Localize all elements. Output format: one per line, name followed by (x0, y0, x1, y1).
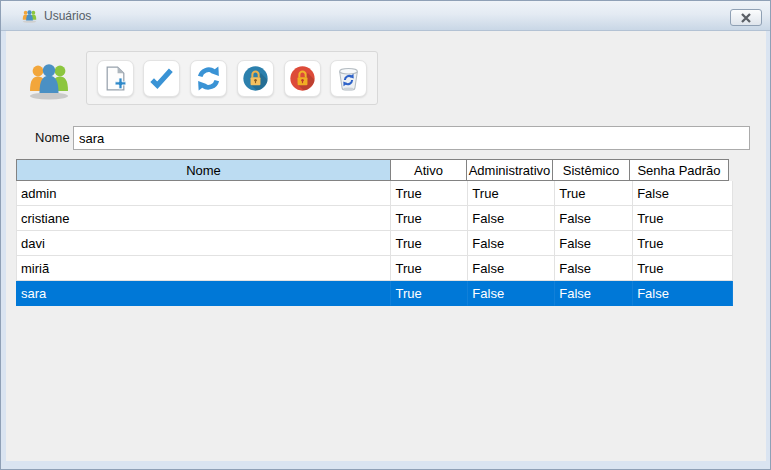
cell-administrativo: False (468, 281, 555, 306)
cell-sistemico: False (555, 281, 633, 306)
confirm-button[interactable] (143, 60, 180, 97)
check-icon (148, 65, 175, 92)
table-row-sara-selected[interactable]: sara True False False False (16, 281, 733, 306)
table-row-admin[interactable]: admin True True True False (16, 181, 733, 206)
cell-senha-padrao: False (633, 181, 733, 206)
cell-senha-padrao: False (633, 281, 733, 306)
users-window: Usuários (0, 0, 771, 470)
red-padlock-icon (289, 65, 316, 92)
lock-button[interactable] (284, 60, 321, 97)
cell-sistemico: True (555, 181, 633, 206)
cell-administrativo: True (468, 181, 555, 206)
cell-nome: miriã (17, 256, 391, 281)
cell-ativo: True (391, 206, 468, 231)
add-user-icon (102, 65, 129, 92)
cell-ativo: True (391, 181, 468, 206)
cell-senha-padrao: True (633, 256, 733, 281)
new-user-button[interactable] (97, 60, 134, 97)
cell-senha-padrao: True (633, 231, 733, 256)
cell-ativo: True (391, 231, 468, 256)
refresh-button[interactable] (190, 60, 227, 97)
blue-padlock-icon (242, 65, 269, 92)
users-table: Nome Ativo Administrativo Sistêmico Senh… (16, 159, 733, 306)
cell-administrativo: False (468, 206, 555, 231)
titlebar: Usuários (1, 1, 770, 31)
window-title: Usuários (44, 9, 91, 23)
cell-ativo: True (391, 281, 468, 306)
cell-sistemico: False (555, 231, 633, 256)
table-header-row: Nome Ativo Administrativo Sistêmico Senh… (16, 159, 733, 181)
cell-sistemico: False (555, 256, 633, 281)
users-icon (25, 58, 73, 100)
delete-button[interactable] (330, 60, 367, 97)
users-icon (21, 8, 38, 23)
column-header-administrativo[interactable]: Administrativo (466, 159, 553, 181)
content-area: Nome Nome Ativo Administrativo Sistêmico… (6, 31, 766, 461)
column-header-ativo[interactable]: Ativo (390, 159, 467, 181)
refresh-icon (195, 65, 222, 92)
cell-ativo: True (391, 256, 468, 281)
table-row-davi[interactable]: davi True False False True (16, 231, 733, 256)
cell-administrativo: False (468, 231, 555, 256)
table-row-miria[interactable]: miriã True False False True (16, 256, 733, 281)
name-filter-input[interactable] (73, 126, 750, 150)
unlock-button[interactable] (237, 60, 274, 97)
name-filter-label: Nome (35, 126, 70, 150)
cell-nome: admin (17, 181, 391, 206)
column-header-nome[interactable]: Nome (16, 159, 391, 181)
cell-nome: sara (17, 281, 391, 306)
recycle-bin-icon (335, 65, 362, 92)
column-header-senha-padrao[interactable]: Senha Padrão (629, 159, 729, 181)
cell-administrativo: False (468, 256, 555, 281)
table-row-cristiane[interactable]: cristiane True False False True (16, 206, 733, 231)
toolbar (86, 51, 378, 105)
cell-nome: davi (17, 231, 391, 256)
close-button[interactable] (730, 9, 762, 26)
column-header-sistemico[interactable]: Sistêmico (552, 159, 630, 181)
close-icon (741, 13, 751, 23)
cell-nome: cristiane (17, 206, 391, 231)
cell-senha-padrao: True (633, 206, 733, 231)
cell-sistemico: False (555, 206, 633, 231)
